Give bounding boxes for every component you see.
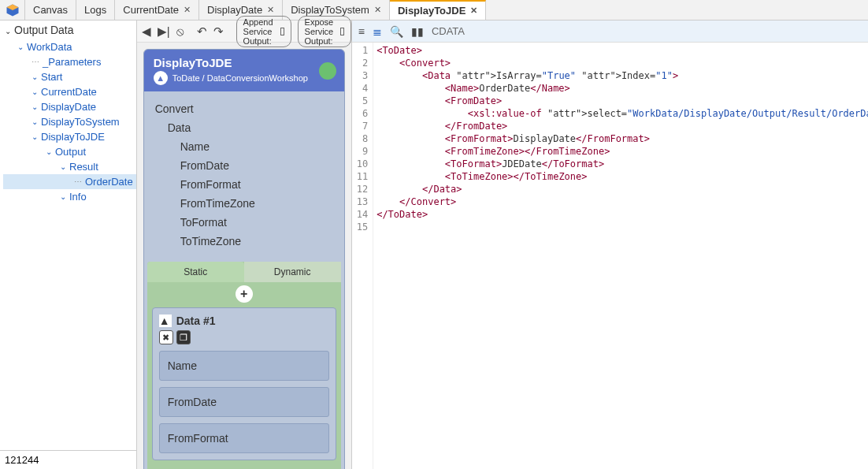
value-input[interactable] <box>0 451 136 469</box>
prop-totimezone[interactable]: ToTimeZone <box>155 232 333 251</box>
mid-toolbar: ◀ ▶| ⦸ ↶ ↷ Append Service Output: Expose… <box>137 20 351 43</box>
search-icon[interactable]: 🔍 <box>390 25 403 38</box>
tab-label: Canvas <box>33 4 68 16</box>
copy-icon[interactable]: ❐ <box>176 330 191 344</box>
tab-label: Logs <box>84 4 106 16</box>
prop-name[interactable]: Name <box>155 137 333 156</box>
tab-displaytojde[interactable]: DisplayToJDE✕ <box>390 0 486 20</box>
close-icon[interactable]: ✕ <box>184 5 191 15</box>
data-block-title: Data #1 <box>176 315 216 327</box>
format-icon[interactable]: ≣ <box>373 25 382 38</box>
static-dynamic-tabs: Static Dynamic + ▲Data #1 ✖ ❐ Name FromD… <box>147 262 341 469</box>
field-fromdate[interactable]: FromDate <box>159 387 329 417</box>
code-panel: ≡ ≣ 🔍 ▮▮ CDATA 123456789101112131415 <To… <box>352 20 868 469</box>
tab-bar: Canvas Logs CurrentDate✕ DisplayDate✕ Di… <box>0 0 868 20</box>
field-fromformat[interactable]: FromFormat <box>159 423 329 453</box>
redo-icon[interactable]: ↷ <box>213 24 224 39</box>
card-subtitle: ToDate / DataConversionWorkshop <box>172 73 308 83</box>
code-toolbar: ≡ ≣ 🔍 ▮▮ CDATA <box>352 20 868 43</box>
align-left-icon[interactable]: ≡ <box>358 25 365 38</box>
data-block: ▲Data #1 ✖ ❐ Name FromDate FromFormat <box>152 307 336 460</box>
prop-fromformat[interactable]: FromFormat <box>155 175 333 194</box>
tab-dynamic[interactable]: Dynamic <box>244 262 341 282</box>
add-button[interactable]: + <box>236 285 253 303</box>
tree-currentdate[interactable]: ⌄CurrentDate <box>3 84 136 99</box>
middle-panel: ◀ ▶| ⦸ ↶ ↷ Append Service Output: Expose… <box>137 20 352 469</box>
undo-icon[interactable]: ↶ <box>197 24 207 39</box>
prop-fromtimezone[interactable]: FromTimeZone <box>155 194 333 213</box>
code-editor[interactable]: 123456789101112131415 <ToDate> <Convert>… <box>352 43 868 469</box>
close-icon[interactable]: ✕ <box>374 5 381 15</box>
tab-label: DisplayToJDE <box>398 5 466 17</box>
tab-static[interactable]: Static <box>147 262 244 282</box>
collapse-icon[interactable]: ▲ <box>154 71 168 85</box>
tab-label: DisplayDate <box>207 4 262 16</box>
tab-label: CurrentDate <box>123 4 179 16</box>
tab-canvas[interactable]: Canvas <box>25 0 76 20</box>
prop-fromdate[interactable]: FromDate <box>155 156 333 175</box>
panel-title: ⌄Output Data <box>0 20 136 39</box>
tree-displaytojde[interactable]: ⌄DisplayToJDE <box>3 129 136 144</box>
prop-convert[interactable]: Convert <box>155 99 333 118</box>
back-icon[interactable]: ◀ <box>142 24 151 39</box>
app-icon[interactable] <box>0 0 25 20</box>
tree-start[interactable]: ⌄Start <box>3 69 136 84</box>
forward-icon[interactable]: ▶| <box>158 24 170 39</box>
line-gutter: 123456789101112131415 <box>352 43 373 469</box>
book-icon[interactable]: ▮▮ <box>411 25 424 38</box>
card-title: DisplayToJDE <box>154 56 335 69</box>
tree-workdata[interactable]: ⌄WorkData <box>3 39 136 54</box>
tree-result[interactable]: ⌄Result <box>3 159 136 174</box>
service-card: DisplayToJDE ▲ToDate / DataConversionWor… <box>143 49 345 469</box>
left-panel: ⌄Output Data ⌄WorkData ⋯_Parameters ⌄Sta… <box>0 20 137 469</box>
card-header: DisplayToJDE ▲ToDate / DataConversionWor… <box>144 50 344 91</box>
code-body[interactable]: <ToDate> <Convert> <Data "attr">IsArray=… <box>373 43 868 469</box>
tree-info[interactable]: ⌄Info <box>3 189 136 204</box>
delete-icon[interactable]: ✖ <box>159 330 173 344</box>
tree-output[interactable]: ⌄Output <box>3 144 136 159</box>
close-icon[interactable]: ✕ <box>470 6 477 16</box>
field-name[interactable]: Name <box>159 351 329 381</box>
property-list: Convert Data Name FromDate FromFormat Fr… <box>144 91 344 259</box>
tab-label: DisplayToSystem <box>291 4 369 16</box>
status-icon <box>319 62 336 80</box>
tree-displaydate[interactable]: ⌄DisplayDate <box>3 99 136 114</box>
cancel-icon[interactable]: ⦸ <box>176 24 184 39</box>
tab-logs[interactable]: Logs <box>76 0 115 20</box>
bottom-input-wrap <box>0 450 136 469</box>
tree-orderdate[interactable]: ⋯OrderDate <box>3 174 136 189</box>
prop-data[interactable]: Data <box>155 118 333 137</box>
collapse-icon[interactable]: ▲ <box>159 315 172 327</box>
prop-toformat[interactable]: ToFormat <box>155 213 333 232</box>
close-icon[interactable]: ✕ <box>267 5 274 15</box>
tree-parameters[interactable]: ⋯_Parameters <box>3 54 136 69</box>
cdata-label: CDATA <box>432 25 465 37</box>
tree-displaytosystem[interactable]: ⌄DisplayToSystem <box>3 114 136 129</box>
tree: ⌄WorkData ⋯_Parameters ⌄Start ⌄CurrentDa… <box>0 39 136 450</box>
tab-currentdate[interactable]: CurrentDate✕ <box>115 0 199 20</box>
